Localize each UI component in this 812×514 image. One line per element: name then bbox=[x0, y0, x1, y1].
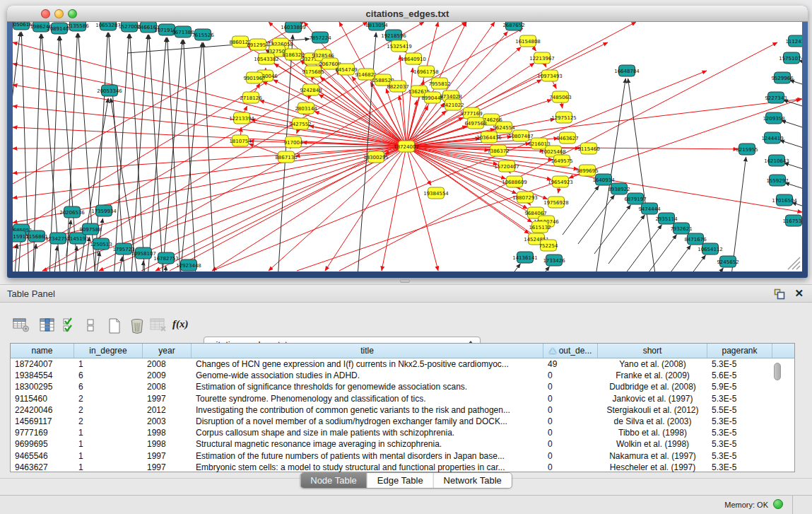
network-edge[interactable] bbox=[484, 264, 520, 271]
network-node[interactable]: 18640910 bbox=[401, 53, 426, 64]
cell-title[interactable]: Changes of HCN gene expression and I(f) … bbox=[192, 359, 543, 369]
cell-title[interactable]: Corpus callosum shape and size in male p… bbox=[192, 428, 543, 438]
network-node[interactable]: 6497568 bbox=[464, 117, 486, 129]
cell-short[interactable]: Jankovic et al. (1997) bbox=[598, 394, 707, 404]
network-node[interactable]: 9529966 bbox=[771, 72, 794, 83]
column-header-title[interactable]: title bbox=[192, 344, 543, 358]
network-edge[interactable] bbox=[18, 238, 20, 271]
window-titlebar[interactable]: citations_edges.txt bbox=[7, 6, 808, 22]
network-node[interactable]: 752254 bbox=[539, 240, 558, 251]
cell-short[interactable]: Wolkin et al. (1998) bbox=[598, 439, 707, 449]
network-node[interactable]: 9115460 bbox=[577, 143, 599, 154]
table-row[interactable]: 2242004622012Investigating the contribut… bbox=[11, 404, 794, 416]
tab-network-table[interactable]: Network Table bbox=[434, 473, 512, 488]
network-node[interactable]: 2718126 bbox=[240, 92, 262, 103]
network-node[interactable]: 2935114 bbox=[655, 213, 678, 224]
cell-title[interactable]: Disruption of a novel member of a sodium… bbox=[192, 416, 543, 426]
cell-name[interactable]: 9699695 bbox=[11, 439, 74, 449]
cell-name[interactable]: 9115460 bbox=[11, 394, 74, 404]
network-node[interactable]: 1250513 bbox=[90, 238, 112, 250]
network-node[interactable]: 917004 bbox=[284, 136, 303, 148]
network-node[interactable]: 1810754 bbox=[229, 135, 252, 146]
cell-in-degree[interactable]: 1 bbox=[74, 359, 143, 369]
table-row[interactable]: 946554611997Estimation of the future num… bbox=[11, 450, 794, 462]
network-edge[interactable] bbox=[687, 268, 723, 271]
table-mode-icon[interactable] bbox=[13, 317, 30, 333]
network-node[interactable]: 15325419 bbox=[387, 40, 412, 52]
select-columns-icon[interactable] bbox=[63, 317, 77, 333]
network-edge[interactable] bbox=[165, 266, 166, 271]
column-header-pagerank[interactable]: pagerank bbox=[707, 344, 772, 358]
table-row[interactable]: 1938455462009Genome-wide association stu… bbox=[11, 370, 794, 381]
column-header-in-degree[interactable]: in_degree bbox=[74, 344, 143, 358]
network-node[interactable]: 1615132 bbox=[529, 221, 551, 233]
network-node[interactable]: 14136141 bbox=[512, 252, 538, 263]
network-node[interactable]: 7386372 bbox=[487, 145, 509, 156]
network-node[interactable]: 9245652 bbox=[717, 256, 739, 267]
cell-out-de-[interactable]: 0 bbox=[543, 416, 598, 426]
float-panel-icon[interactable] bbox=[774, 288, 785, 300]
network-edge[interactable] bbox=[669, 255, 705, 271]
column-header-out-de-[interactable]: out_de... bbox=[543, 344, 598, 358]
vertical-scrollbar[interactable] bbox=[774, 363, 781, 380]
network-node[interactable]: 20053346 bbox=[97, 85, 122, 96]
network-node[interactable]: 1421022 bbox=[442, 99, 464, 110]
network-node[interactable]: 8938922 bbox=[608, 183, 630, 194]
network-node[interactable]: 8215955 bbox=[736, 144, 758, 155]
network-edge[interactable] bbox=[628, 78, 659, 271]
network-node[interactable]: 10688609 bbox=[502, 176, 527, 187]
network-node[interactable]: 7485063 bbox=[549, 91, 571, 103]
table-row[interactable]: 1830029562008Estimation of significance … bbox=[11, 381, 794, 392]
network-node[interactable]: 8867130 bbox=[275, 151, 297, 163]
cell-pagerank[interactable]: 5.3E-5 bbox=[707, 428, 772, 438]
cell-in-degree[interactable]: 1 bbox=[74, 428, 143, 438]
node-table[interactable]: namein_degreeyeartitleout_de...shortpage… bbox=[10, 343, 795, 472]
network-edge[interactable] bbox=[654, 245, 690, 271]
column-header-name[interactable]: name bbox=[11, 344, 74, 358]
cell-out-de-[interactable]: 0 bbox=[543, 439, 598, 449]
cell-short[interactable]: Hescheler et al. (1997) bbox=[598, 462, 707, 472]
network-node[interactable]: 9899695 bbox=[576, 165, 598, 176]
network-node[interactable]: 7932621 bbox=[670, 223, 692, 234]
network-node[interactable]: 16210643 bbox=[764, 155, 789, 166]
cell-year[interactable]: 2012 bbox=[143, 405, 192, 415]
network-node[interactable]: 1156861 bbox=[25, 230, 47, 242]
network-edge[interactable] bbox=[513, 267, 549, 271]
network-node[interactable]: 12213967 bbox=[529, 52, 555, 64]
network-edge[interactable] bbox=[15, 244, 18, 271]
network-node[interactable]: 9097588 bbox=[79, 223, 101, 235]
cell-pagerank[interactable]: 5.3E-5 bbox=[707, 451, 772, 461]
network-node[interactable]: 16648784 bbox=[614, 65, 640, 76]
network-node[interactable]: 20206536 bbox=[59, 206, 85, 218]
network-edge[interactable] bbox=[578, 195, 614, 244]
cell-out-de-[interactable]: 0 bbox=[543, 370, 598, 380]
network-node[interactable]: 15720407 bbox=[494, 160, 519, 172]
tab-node-table[interactable]: Node Table bbox=[300, 473, 367, 488]
network-edge[interactable] bbox=[625, 225, 661, 271]
network-node[interactable]: 1559297 bbox=[766, 175, 788, 186]
cell-in-degree[interactable]: 1 bbox=[74, 439, 143, 449]
memory-ok-icon[interactable] bbox=[773, 499, 783, 509]
cell-out-de-[interactable]: 0 bbox=[543, 394, 598, 404]
cell-pagerank[interactable]: 5.3E-5 bbox=[707, 462, 772, 472]
network-node[interactable]: 9227343 bbox=[765, 92, 787, 103]
network-node[interactable]: 2803144 bbox=[295, 103, 317, 114]
cell-in-degree[interactable]: 6 bbox=[74, 370, 143, 380]
cell-short[interactable]: Tibbo et al. (1998) bbox=[598, 428, 707, 438]
network-node[interactable]: 9463627 bbox=[556, 132, 578, 144]
network-edge[interactable] bbox=[594, 205, 630, 254]
network-node[interactable]: 7615526 bbox=[192, 29, 214, 40]
network-edge[interactable] bbox=[789, 80, 802, 92]
cell-short[interactable]: Dudbridge et al. (2008) bbox=[598, 382, 707, 392]
cell-name[interactable]: 18724007 bbox=[11, 359, 74, 369]
cell-name[interactable]: 9463627 bbox=[11, 462, 74, 472]
network-node[interactable]: 10653287 bbox=[95, 22, 121, 30]
network-edge[interactable] bbox=[728, 157, 746, 271]
cell-year[interactable]: 2008 bbox=[143, 382, 192, 392]
network-node[interactable]: 16033809 bbox=[281, 22, 306, 33]
network-edge[interactable] bbox=[13, 64, 406, 146]
cell-out-de-[interactable]: 49 bbox=[543, 359, 598, 369]
network-node[interactable]: 9242848 bbox=[300, 84, 322, 95]
network-node[interactable]: 8813054 bbox=[365, 22, 388, 30]
cell-short[interactable]: de Silva et al. (2003) bbox=[598, 416, 707, 426]
